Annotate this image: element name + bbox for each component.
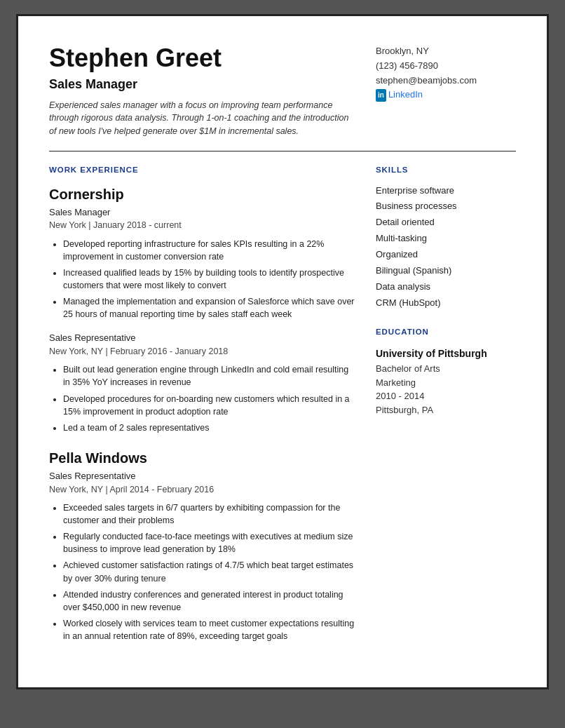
right-column: SKILLS Enterprise software Business proc…	[376, 164, 516, 656]
contact-email: stephen@beamjobs.com	[376, 74, 516, 88]
list-item: Developed procedures for on-boarding new…	[63, 393, 355, 418]
resume-body: WORK EXPERIENCE Cornership Sales Manager…	[49, 164, 516, 656]
edu-years: 2010 - 2014	[376, 389, 516, 403]
skills-list: Enterprise software Business processes D…	[376, 184, 516, 310]
linkedin-icon: in	[376, 89, 386, 102]
edu-location: Pittsburgh, PA	[376, 403, 516, 417]
list-item: Attended industry conferences and genera…	[63, 588, 355, 614]
left-column: WORK EXPERIENCE Cornership Sales Manager…	[49, 164, 376, 656]
job-title-sales-manager: Sales Manager	[49, 206, 355, 220]
skill-item: Business processes	[376, 200, 516, 213]
education-label: EDUCATION	[376, 326, 516, 338]
list-item: Increased qualified leads by 15% by buil…	[63, 267, 355, 292]
skill-item: Enterprise software	[376, 184, 516, 198]
candidate-summary: Experienced sales manager with a focus o…	[49, 99, 358, 138]
job-title-sales-rep-pella: Sales Representative	[49, 470, 355, 483]
job-block-sales-rep-pella: Sales Representative New York, NY | Apri…	[49, 470, 355, 642]
job-location-sales-rep-cornership: New York, NY | February 2016 - January 2…	[49, 345, 355, 358]
linkedin-link[interactable]: inLinkedIn	[376, 89, 423, 100]
skills-label: SKILLS	[376, 164, 516, 176]
skill-item: Data analysis	[376, 281, 516, 294]
list-item: Worked closely with services team to mee…	[63, 617, 355, 642]
list-item: Developed reporting infrastructure for s…	[63, 238, 355, 263]
work-experience-label: WORK EXPERIENCE	[49, 164, 355, 176]
skill-item: Organized	[376, 248, 516, 262]
company-name-pella-windows: Pella Windows	[49, 448, 355, 469]
skill-item: CRM (HubSpot)	[376, 297, 516, 310]
header-divider	[49, 151, 516, 151]
contact-phone: (123) 456-7890	[376, 59, 516, 74]
skill-item: Multi-tasking	[376, 232, 516, 245]
company-block-cornership: Cornership Sales Manager New York | Janu…	[49, 184, 355, 434]
list-item: Built out lead generation engine through…	[63, 363, 355, 389]
job-title-sales-rep-cornership: Sales Representative	[49, 332, 355, 345]
company-name-cornership: Cornership	[49, 184, 355, 205]
candidate-title: Sales Manager	[49, 75, 376, 93]
edu-school: University of Pittsburgh	[376, 346, 516, 360]
list-item: Managed the implementation and expansion…	[63, 295, 355, 321]
contact-location: Brooklyn, NY	[376, 44, 516, 59]
list-item: Achieved customer satisfaction ratings o…	[63, 559, 355, 584]
company-block-pella-windows: Pella Windows Sales Representative New Y…	[49, 448, 355, 642]
job-block-sales-manager: Sales Manager New York | January 2018 - …	[49, 206, 355, 321]
skill-item: Bilingual (Spanish)	[376, 264, 516, 278]
edu-field: Marketing	[376, 376, 516, 390]
list-item: Led a team of 2 sales representatives	[63, 422, 355, 434]
bullet-list-sales-manager: Developed reporting infrastructure for s…	[49, 238, 355, 321]
bullet-list-sales-rep-pella: Exceeded sales targets in 6/7 quarters b…	[49, 501, 355, 642]
contact-linkedin[interactable]: inLinkedIn	[376, 88, 516, 102]
header-contact: Brooklyn, NY (123) 456-7890 stephen@beam…	[376, 44, 516, 138]
job-location-sales-manager: New York | January 2018 - current	[49, 219, 355, 231]
list-item: Regularly conducted face-to-face meeting…	[63, 530, 355, 555]
header-section: Stephen Greet Sales Manager Experienced …	[49, 44, 516, 138]
skill-item: Detail oriented	[376, 216, 516, 229]
linkedin-label: LinkedIn	[388, 89, 423, 100]
header-left: Stephen Greet Sales Manager Experienced …	[49, 44, 376, 138]
job-block-sales-rep-cornership: Sales Representative New York, NY | Febr…	[49, 332, 355, 434]
resume-document: Stephen Greet Sales Manager Experienced …	[16, 14, 549, 689]
candidate-name: Stephen Greet	[49, 44, 376, 72]
bullet-list-sales-rep-cornership: Built out lead generation engine through…	[49, 363, 355, 434]
job-location-sales-rep-pella: New York, NY | April 2014 - February 201…	[49, 483, 355, 496]
edu-degree: Bachelor of Arts	[376, 362, 516, 376]
list-item: Exceeded sales targets in 6/7 quarters b…	[63, 501, 355, 527]
